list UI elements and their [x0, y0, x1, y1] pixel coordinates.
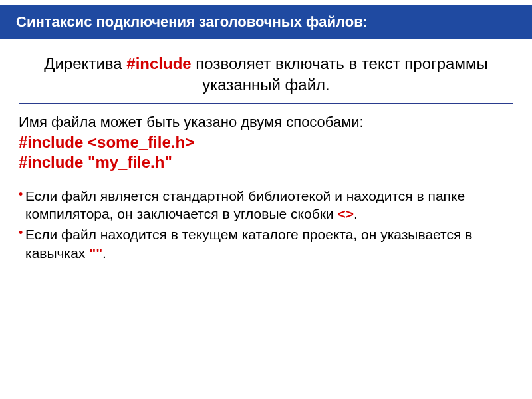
slide: Синтаксис подключения заголовочных файло…: [0, 5, 532, 399]
lead-pre: Директива: [44, 55, 126, 72]
code-angle: #include <some_file.h>: [19, 132, 513, 152]
bullet-2: Если файл находится в текущем каталоге п…: [19, 225, 513, 262]
angle-symbol: <>: [337, 206, 354, 221]
ways-intro: Имя файла может быть указано двумя спосо…: [19, 114, 513, 131]
slide-title-bar: Синтаксис подключения заголовочных файло…: [0, 5, 532, 39]
slide-title: Синтаксис подключения заголовочных файло…: [16, 13, 368, 31]
quote-symbol: "": [89, 245, 102, 261]
separator: [19, 103, 513, 104]
bullet-2-post: .: [102, 245, 106, 261]
spacer: [19, 172, 513, 187]
lead-post: позволяет включать в текст программы ука…: [192, 55, 488, 94]
code-quote: #include "my_file.h": [19, 152, 513, 172]
slide-content: Директива #include позволяет включать в …: [0, 39, 532, 262]
bullet-1: Если файл является стандартной библиотек…: [19, 187, 513, 223]
include-keyword: #include: [126, 55, 191, 72]
bullet-1-pre: Если файл является стандартной библиотек…: [25, 188, 465, 221]
lead-paragraph: Директива #include позволяет включать в …: [19, 53, 513, 96]
bullet-1-post: .: [354, 206, 358, 221]
